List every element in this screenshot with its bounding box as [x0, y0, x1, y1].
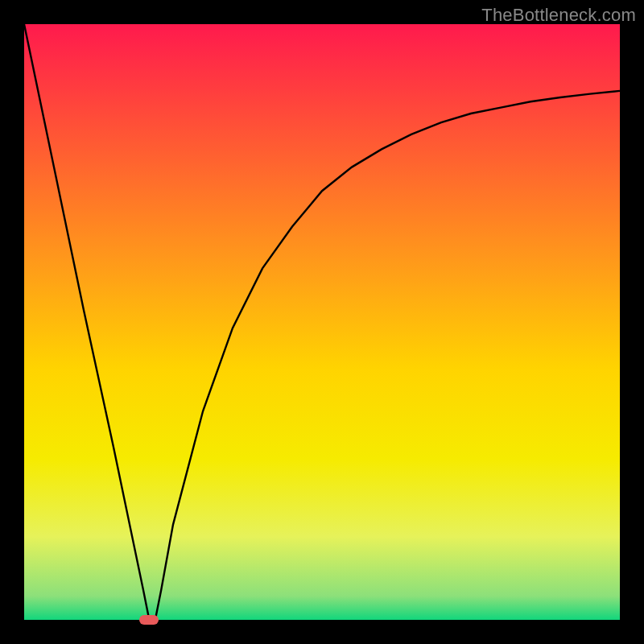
plot-inner — [24, 24, 620, 620]
chart-outer-frame: TheBottleneck.com — [0, 0, 644, 644]
watermark-text: TheBottleneck.com — [481, 5, 636, 26]
minimum-marker — [139, 615, 159, 625]
plot-area — [24, 24, 620, 620]
bottleneck-curve — [24, 24, 620, 620]
